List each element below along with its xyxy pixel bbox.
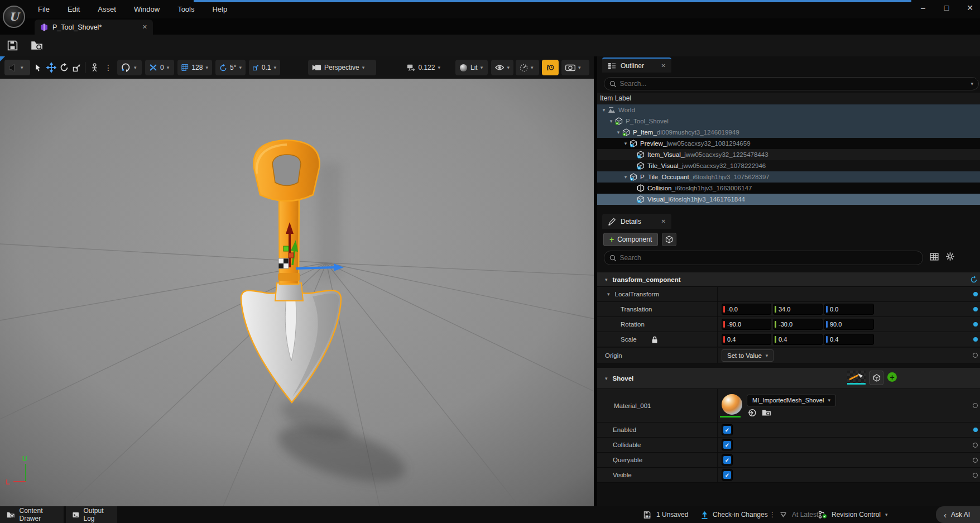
- keyframe-dot[interactable]: [973, 292, 978, 296]
- asset-tab[interactable]: P_Tool_Shovel* ✕: [35, 20, 153, 35]
- rotation-snap-value-button[interactable]: 5° ▾: [215, 60, 246, 75]
- outliner-search-options-chevron[interactable]: ▾: [971, 81, 973, 87]
- outliner-tab-close-icon[interactable]: ✕: [661, 63, 666, 69]
- shovel-section-header[interactable]: ▾ Shovel +: [597, 368, 980, 389]
- menu-asset[interactable]: Asset: [91, 0, 123, 18]
- origin-set-to-value-button[interactable]: Set to Value ▾: [722, 349, 774, 362]
- details-display-options-button[interactable]: [930, 253, 939, 261]
- visible-checkbox[interactable]: ✓: [722, 469, 733, 481]
- keyframe-dot[interactable]: [973, 322, 978, 327]
- grid-snap-button[interactable]: 128 ▾: [177, 60, 212, 75]
- value-field-y[interactable]: 34.0: [773, 304, 823, 315]
- outliner-column-header[interactable]: Item Label: [597, 93, 980, 104]
- outliner-search-input[interactable]: [619, 80, 967, 88]
- browse-to-material-icon[interactable]: [762, 409, 771, 416]
- output-log-button[interactable]: Output Log: [66, 506, 117, 523]
- maximize-button[interactable]: □: [941, 3, 952, 12]
- minimize-button[interactable]: –: [917, 3, 929, 12]
- outliner-row-world[interactable]: ▾World: [597, 104, 980, 116]
- material-row[interactable]: Material_001 MI_ImportedMesh_Shovel ▾: [597, 389, 980, 423]
- value-field-y[interactable]: 0.4: [773, 334, 823, 345]
- menu-edit[interactable]: Edit: [61, 0, 87, 18]
- save-button[interactable]: [7, 40, 18, 51]
- queryable-checkbox[interactable]: ✓: [722, 454, 733, 466]
- scale-tool-button[interactable]: [71, 60, 83, 75]
- value-field-z[interactable]: 0.0: [824, 304, 874, 315]
- outliner-tab[interactable]: Outliner ✕: [602, 57, 671, 73]
- close-window-button[interactable]: ✕: [964, 3, 976, 12]
- outliner-row-p_tile_occupant[interactable]: ▾P_Tile_Occupant_i6toslqh1hjv3_107562839…: [597, 171, 980, 183]
- pilot-actor-button[interactable]: [89, 60, 100, 75]
- collidable-checkbox[interactable]: ✓: [722, 439, 733, 450]
- expander-icon[interactable]: ▾: [622, 141, 629, 146]
- content-drawer-button[interactable]: Content Drawer: [0, 506, 64, 523]
- shovel-asset-thumbnail[interactable]: [847, 371, 866, 385]
- shovel-add-button[interactable]: +: [887, 372, 897, 382]
- keyframe-dot[interactable]: [973, 428, 978, 432]
- keyframe-circle[interactable]: [973, 403, 978, 408]
- outliner-search-box[interactable]: ▾: [604, 77, 979, 90]
- unreal-logo[interactable]: U: [3, 6, 25, 28]
- transform-component-section-header[interactable]: ▾ transform_component: [597, 272, 980, 287]
- value-field-z[interactable]: 90.0: [824, 319, 874, 330]
- viewport-effects-button[interactable]: ▾: [516, 60, 539, 75]
- value-field-x[interactable]: 0.4: [722, 334, 771, 345]
- value-field-x[interactable]: -0.0: [722, 304, 771, 315]
- material-asset-picker[interactable]: MI_ImportedMesh_Shovel ▾: [747, 395, 836, 406]
- local-transform-group-row[interactable]: ▾ LocalTransform: [597, 287, 980, 302]
- outliner-row-p_item[interactable]: ▾P_Item_di009mushcyt3_1246019949: [597, 127, 980, 138]
- shovel-browse-button[interactable]: [869, 371, 883, 385]
- lock-icon[interactable]: [651, 336, 658, 343]
- realtime-toggle-button[interactable]: [542, 60, 559, 75]
- value-field-z[interactable]: 0.4: [824, 334, 874, 345]
- expander-icon[interactable]: ▾: [615, 129, 622, 135]
- component-cube-button[interactable]: [662, 233, 676, 246]
- keyframe-circle[interactable]: [973, 443, 978, 448]
- check-in-changes-button[interactable]: Check-in Changes: [701, 506, 768, 523]
- value-field-x[interactable]: -90.0: [722, 319, 771, 330]
- reset-to-default-icon[interactable]: [970, 276, 978, 284]
- keyframe-circle[interactable]: [973, 473, 978, 478]
- ask-ai-button[interactable]: ‹ Ask AI: [936, 506, 980, 523]
- details-search-box[interactable]: [604, 251, 923, 265]
- outliner-row-visual[interactable]: Visual_i6toslqh1hjv3_1461761844: [597, 194, 980, 205]
- move-tool-button[interactable]: [45, 60, 58, 75]
- gizmo-center-checker[interactable]: [278, 258, 289, 268]
- outliner-row-tile_visual[interactable]: Tile_Visual_jww05cacxsy32_1078222946: [597, 160, 980, 171]
- value-field-y[interactable]: -30.0: [773, 319, 823, 330]
- asset-tab-close-icon[interactable]: ✕: [142, 23, 147, 31]
- origin-row[interactable]: Origin Set to Value ▾: [597, 348, 980, 363]
- scale-snap-button[interactable]: 0.1 ▾: [249, 60, 280, 75]
- rotate-tool-button[interactable]: [58, 60, 70, 75]
- revision-kebab-menu[interactable]: ⋮: [769, 506, 776, 523]
- keyframe-dot[interactable]: [973, 307, 978, 311]
- camera-mode-button[interactable]: Perspective ▾: [308, 60, 376, 75]
- select-tool-button[interactable]: [32, 60, 44, 75]
- revision-control-button[interactable]: Revision Control ▾: [818, 506, 888, 523]
- gizmo-plane-handle-green[interactable]: [284, 246, 289, 251]
- material-thumbnail[interactable]: [718, 394, 742, 418]
- browse-to-asset-button[interactable]: [31, 40, 43, 51]
- keyframe-circle[interactable]: [973, 458, 978, 463]
- toolbar-kebab-menu[interactable]: ⋮: [103, 60, 114, 75]
- keyframe-dot[interactable]: [973, 337, 978, 342]
- details-search-input[interactable]: [620, 254, 917, 262]
- show-flags-button[interactable]: ▾: [491, 60, 513, 75]
- snap-rotation-mode-button[interactable]: ▾: [117, 60, 142, 75]
- outliner-row-preview[interactable]: ▾Preview_jww05cacxsy32_1081294659: [597, 138, 980, 149]
- expander-icon[interactable]: ▾: [601, 107, 607, 113]
- outliner-row-p_tool_shovel[interactable]: ▾P_Tool_Shovel: [597, 116, 980, 127]
- screen-percentage-button[interactable]: 0.122 ▾: [403, 60, 444, 75]
- outliner-row-collision[interactable]: Collision_i6toslqh1hjv3_1663006147: [597, 183, 980, 194]
- details-tab[interactable]: Details ✕: [602, 214, 671, 229]
- expander-icon[interactable]: ▾: [608, 118, 614, 124]
- gizmo-axis-z[interactable]: [296, 267, 335, 268]
- add-component-button[interactable]: + Component: [603, 233, 658, 246]
- menu-file[interactable]: File: [31, 0, 56, 18]
- keyframe-circle[interactable]: [973, 353, 978, 358]
- surface-snap-button[interactable]: 0 ▾: [145, 60, 174, 75]
- view-mode-button[interactable]: Lit ▾: [455, 60, 488, 75]
- expander-icon[interactable]: ▾: [622, 174, 629, 180]
- menu-help[interactable]: Help: [205, 0, 234, 18]
- unsaved-assets-button[interactable]: * 1 Unsaved: [643, 506, 688, 523]
